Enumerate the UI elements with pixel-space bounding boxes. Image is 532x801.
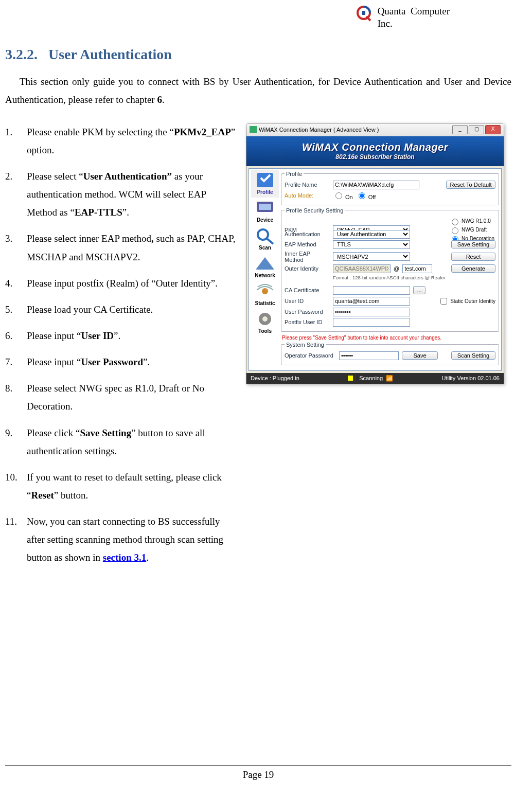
reset-default-button[interactable]: Reset To Default [446, 181, 495, 189]
operator-password-input[interactable] [339, 351, 399, 360]
scan-icon [254, 226, 276, 245]
step-item: If you want to reset to default setting,… [5, 468, 236, 504]
auto-on-radio[interactable]: On [333, 191, 353, 200]
minimize-button[interactable]: _ [452, 125, 468, 134]
device-status: Device : Plugged in [251, 375, 299, 381]
inner-eap-label: Inner EAP Method [285, 251, 330, 263]
user-password-input[interactable] [333, 308, 410, 316]
intro-paragraph: This section only guide you to connect w… [5, 73, 511, 109]
sidebar-item-network[interactable]: Network [251, 253, 279, 281]
tools-icon [254, 310, 276, 328]
system-save-button[interactable]: Save [402, 351, 438, 360]
operator-password-label: Operator Password [285, 352, 336, 359]
security-legend: Profile Security Setting [285, 207, 345, 213]
app-banner: WiMAX Connection Manager 802.16e Subscri… [246, 136, 504, 166]
network-icon [254, 254, 276, 273]
auto-off-radio[interactable]: Off [356, 191, 376, 200]
system-group: System Setting Operator Password Save Sc… [281, 342, 499, 365]
step-item: Please load your CA Certificate. [5, 300, 236, 318]
auth-select[interactable]: User Authentication [333, 230, 410, 239]
sidebar-item-profile[interactable]: Profile [251, 170, 279, 198]
step-item: Please select NWG spec as R1.0, Draft or… [5, 379, 236, 415]
step-item: Please select “User Authentication” as y… [5, 167, 236, 221]
banner-title: WiMAX Connection Manager [302, 141, 448, 153]
profile-name-label: Profile Name [285, 182, 330, 188]
security-group: Profile Security Setting PKM PKMv2_EAP N… [281, 207, 499, 332]
auth-label: Authentication [285, 231, 330, 237]
eap-select[interactable]: TTLS [333, 240, 410, 249]
postfix-user-id-input[interactable] [333, 318, 410, 327]
page-footer: Page 19 [5, 766, 511, 780]
step-item: Please input postfix (Realm) of “Outer I… [5, 274, 236, 292]
profile-legend: Profile [285, 171, 304, 177]
profile-name-input[interactable] [333, 181, 419, 189]
app-window: WiMAX Connection Manager ( Advanced View… [246, 123, 504, 384]
company-name: Quanta Computer Inc. [378, 5, 450, 30]
step-item: Please input “User ID”. [5, 327, 236, 345]
sidebar-item-statistic[interactable]: Statistic [251, 281, 279, 309]
maximize-button[interactable]: ▢ [469, 125, 484, 134]
generate-button[interactable]: Generate [451, 264, 495, 273]
scan-status: Scanning [359, 375, 383, 381]
save-setting-button[interactable]: Save Setting [451, 240, 495, 248]
app-statusbar: Device : Plugged in Scanning 📶 Utility V… [246, 373, 504, 384]
ca-cert-input[interactable] [333, 286, 410, 295]
app-icon [250, 126, 257, 133]
svg-rect-0 [362, 11, 365, 15]
window-titlebar[interactable]: WiMAX Connection Manager ( Advanced View… [246, 123, 504, 136]
antenna-icon: 📶 [386, 375, 393, 382]
at-sign: @ [394, 265, 399, 272]
step-item: Please enable PKM by selecting the “PKMv… [5, 123, 236, 159]
utility-version: Utility Version 02.01.06 [441, 375, 500, 381]
step-item: Now, you can start connecting to BS succ… [5, 512, 236, 566]
svg-point-7 [262, 288, 268, 294]
realm-input[interactable] [402, 264, 432, 273]
scan-setting-button[interactable]: Scan Setting [451, 351, 495, 360]
svg-rect-3 [259, 204, 271, 210]
nwg-r10-radio[interactable]: NWG R1.0.0 [449, 217, 494, 225]
static-outer-checkbox[interactable]: Static Outer Identity [438, 296, 495, 306]
section-title-text: User Authentication [48, 46, 172, 62]
svg-marker-6 [256, 257, 274, 270]
svg-line-5 [267, 239, 273, 244]
profile-icon [254, 171, 276, 189]
window-title: WiMAX Connection Manager ( Advanced View… [259, 127, 379, 133]
postfix-user-id-label: Postfix User ID [285, 319, 330, 325]
auto-mode-label: Auto Mode: [285, 192, 330, 199]
outer-identity-input [333, 264, 391, 273]
svg-point-9 [262, 316, 268, 322]
svg-point-4 [258, 229, 268, 240]
ca-browse-button[interactable]: ... [413, 286, 425, 294]
sidebar-item-scan[interactable]: Scan [251, 225, 279, 253]
nwg-draft-radio[interactable]: NWG Draft [449, 226, 494, 234]
outer-identity-label: Outer Identity [285, 265, 330, 272]
statistic-icon [254, 282, 276, 300]
step-item: Please click “Save Setting” button to sa… [5, 424, 236, 460]
step-item: Please input “User Password”. [5, 353, 236, 371]
ca-cert-label: CA Certificate [285, 287, 330, 293]
close-button[interactable]: X [485, 125, 501, 134]
profile-group: Profile Profile Name Reset To Default Au… [281, 171, 499, 205]
section-link[interactable]: section 3.1 [103, 552, 146, 563]
inner-eap-select[interactable]: MSCHAPV2 [333, 252, 410, 261]
page-header: Quanta Computer Inc. [5, 4, 511, 30]
format-hint: Format : 128-bit random ASCII characters… [285, 275, 495, 280]
eap-label: EAP Method [285, 241, 330, 247]
reset-button[interactable]: Reset [451, 253, 495, 261]
app-sidebar: Profile Device Scan Network [251, 170, 279, 367]
steps-list: Please enable PKM by selecting the “PKMv… [5, 123, 236, 575]
user-id-label: User ID [285, 298, 330, 304]
sidebar-item-tools[interactable]: Tools [251, 309, 279, 336]
device-icon [254, 199, 276, 217]
save-warning-note: Please press "Save Setting" button to ta… [282, 335, 498, 341]
section-number: 3.2.2. [5, 46, 38, 62]
company-logo-icon [355, 5, 373, 22]
step-item: Please select inner EAP method, such as … [5, 229, 236, 265]
sidebar-item-device[interactable]: Device [251, 198, 279, 225]
signal-icon [348, 376, 356, 381]
user-password-label: User Password [285, 309, 330, 315]
section-heading: 3.2.2. User Authentication [5, 46, 511, 63]
user-id-input[interactable] [333, 297, 410, 306]
banner-subtitle: 802.16e Subscriber Station [335, 153, 414, 161]
system-legend: System Setting [285, 342, 326, 348]
